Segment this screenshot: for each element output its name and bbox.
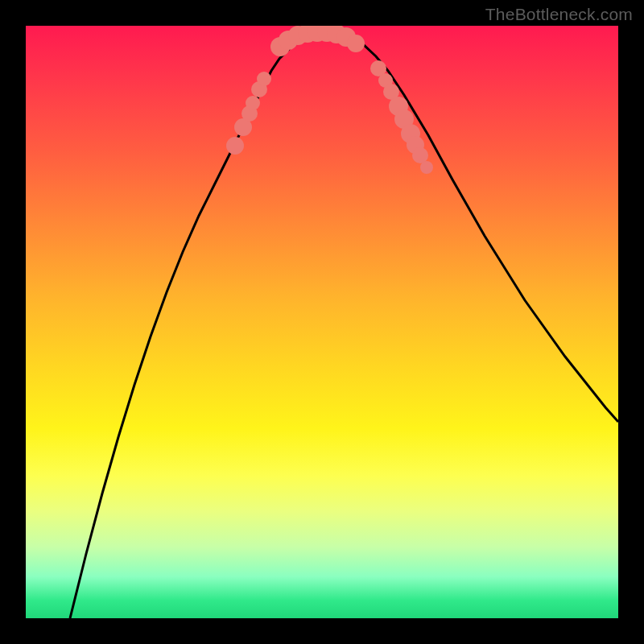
chart-plot-area bbox=[26, 26, 618, 618]
data-marker bbox=[246, 96, 260, 110]
data-marker bbox=[257, 72, 271, 86]
chart-svg bbox=[26, 26, 618, 618]
data-marker bbox=[226, 137, 244, 155]
data-markers bbox=[226, 26, 433, 174]
data-marker bbox=[412, 147, 428, 163]
attribution-label: TheBottleneck.com bbox=[485, 5, 633, 24]
data-marker bbox=[347, 35, 365, 52]
chart-frame: TheBottleneck.com bbox=[0, 0, 644, 644]
bottleneck-curve bbox=[70, 32, 618, 618]
data-marker bbox=[420, 161, 433, 174]
